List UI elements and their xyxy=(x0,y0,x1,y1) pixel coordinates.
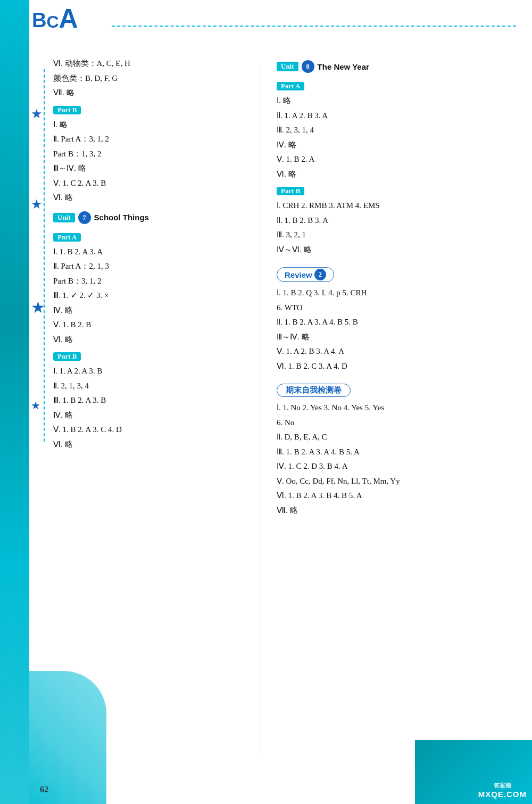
u8-pa-vi: Ⅵ. 略 xyxy=(277,168,484,181)
unit8-part-a-section: Part A xyxy=(277,79,484,92)
unit7-label: Unit xyxy=(53,213,75,222)
unit8-num: 8 xyxy=(302,60,314,73)
r2-ii: Ⅱ. 1. B 2. A 3. A 4. B 5. B xyxy=(277,316,484,329)
unit7-num: 7 xyxy=(78,211,91,224)
qimo-section: 期末自我检测卷 xyxy=(277,379,484,400)
vii: Ⅶ. 略 xyxy=(53,86,250,100)
qimo-header: 期末自我检测卷 xyxy=(277,384,351,397)
bca-a: A xyxy=(59,5,78,32)
review2-text: Review xyxy=(285,270,312,279)
u7-pb-i: Ⅰ. 1. A 2. A 3. B xyxy=(53,364,250,378)
left-iii-iv: Ⅲ～Ⅳ. 略 xyxy=(53,162,250,176)
qm-vii: Ⅶ. 略 xyxy=(277,504,484,518)
u7-pa-vi: Ⅵ. 略 xyxy=(53,333,250,347)
main-content: Ⅵ. 动物类：A, C, E, H 颜色类：B, D, F, G Ⅶ. 略 Pa… xyxy=(53,56,516,761)
u8-pa-iii: Ⅲ. 2, 3, 1, 4 xyxy=(277,123,484,137)
r2-i-b: 6. WTO xyxy=(277,301,484,315)
unit8-part-b-label: Part B xyxy=(277,187,304,195)
u8-pa-i: Ⅰ. 略 xyxy=(277,94,484,108)
qm-iv: Ⅳ. 1. C 2. D 3. B 4. A xyxy=(277,460,484,474)
bca-logo: B C A xyxy=(32,5,78,32)
unit8-label: Unit xyxy=(277,62,298,71)
page-number: 62 xyxy=(40,785,48,794)
bca-b: B xyxy=(32,9,46,32)
unit8-header: Unit 8 The New Year xyxy=(277,60,369,73)
right-column: Unit 8 The New Year Part A Ⅰ. 略 Ⅱ. 1. A … xyxy=(261,56,484,761)
unit7-part-b-label: Part B xyxy=(53,352,81,361)
u8-pb-ii: Ⅱ. 1. B 2. B 3. A xyxy=(277,214,484,228)
qm-v: Ⅴ. Oo, Cc, Dd, Ff, Nn, Ll, Tt, Mm, Yy xyxy=(277,475,484,488)
u7-pb-ii: Ⅱ. 2, 1, 3, 4 xyxy=(53,379,250,393)
watermark-top: 答案圈 xyxy=(478,782,527,790)
u7-pa-i: Ⅰ. 1. B 2. A 3. A xyxy=(53,245,250,259)
u8-pb-i: Ⅰ. CRH 2. RMB 3. ATM 4. EMS xyxy=(277,199,484,213)
left-vi: Ⅵ. 略 xyxy=(53,191,250,205)
star-icon-1: ★ xyxy=(31,106,43,121)
unit7-title: School Things xyxy=(94,213,149,222)
qm-i-a: Ⅰ. 1. No 2. Yes 3. No 4. Yes 5. Yes xyxy=(277,401,484,415)
star-icon-3: ★ xyxy=(31,298,45,317)
qm-i-b: 6. No xyxy=(277,416,484,430)
left-ii-parta: Ⅱ. Part A：3, 1, 2 xyxy=(53,132,250,146)
u7-pb-iv: Ⅳ. 略 xyxy=(53,409,250,422)
left-column: Ⅵ. 动物类：A, C, E, H 颜色类：B, D, F, G Ⅶ. 略 Pa… xyxy=(53,56,261,761)
unit8-title: The New Year xyxy=(318,62,369,71)
u7-pa-ii-b: Part B：3, 1, 2 xyxy=(53,275,250,288)
unit7-header: Unit 7 School Things xyxy=(53,211,149,224)
u8-pb-iv-vi: Ⅳ～Ⅵ. 略 xyxy=(277,243,484,257)
left-ii-partb: Part B：1, 3, 2 xyxy=(53,147,250,161)
unit7-part-a-label: Part A xyxy=(53,233,81,242)
dashed-left-line xyxy=(44,69,53,442)
u7-pa-iv: Ⅳ. 略 xyxy=(53,304,250,318)
qm-iii: Ⅲ. 1. B 2. A 3. A 4. B 5. A xyxy=(277,445,484,459)
part-b-section: Part B xyxy=(53,103,250,116)
dashed-top-line xyxy=(112,26,516,27)
part-b-label: Part B xyxy=(53,106,81,114)
left-bar-decoration xyxy=(0,0,29,804)
watermark-area: 答案圈 MXQE.COM xyxy=(478,782,527,799)
bca-c: C xyxy=(46,12,59,32)
u7-pa-ii-a: Ⅱ. Part A：2, 1, 3 xyxy=(53,260,250,273)
r2-v: Ⅴ. 1. A 2. B 3. A 4. A xyxy=(277,345,484,359)
u7-pa-v: Ⅴ. 1. B 2. B xyxy=(53,318,250,332)
vi-colors: 颜色类：B, D, F, G xyxy=(53,72,250,86)
review2-section: Review 2 xyxy=(277,263,484,285)
unit7-part-a-section: Part A xyxy=(53,230,250,243)
review2-num: 2 xyxy=(314,269,326,280)
qimo-text: 期末自我检测卷 xyxy=(286,386,342,394)
unit8-part-b-section: Part B xyxy=(277,184,484,197)
u8-pa-v: Ⅴ. 1. B 2. A xyxy=(277,153,484,167)
r2-i-a: Ⅰ. 1. B 2. Q 3. L 4. p 5. CRH xyxy=(277,286,484,300)
star-icon-2: ★ xyxy=(31,197,43,212)
u7-pb-iii: Ⅲ. 1. B 2. A 3. B xyxy=(53,394,250,408)
r2-iii-iv: Ⅲ～Ⅳ. 略 xyxy=(277,330,484,344)
u8-pa-ii: Ⅱ. 1. A 2. B 3. A xyxy=(277,109,484,123)
qm-vi: Ⅵ. 1. B 2. A 3. B 4. B 5. A xyxy=(277,489,484,503)
unit8-part-a-label: Part A xyxy=(277,82,304,90)
review2-header: Review 2 xyxy=(277,267,334,282)
unit7-part-b-section: Part B xyxy=(53,350,250,362)
u7-pb-v: Ⅴ. 1. B 2. A 3. C 4. D xyxy=(53,423,250,437)
u7-pa-iii: Ⅲ. 1. ✓ 2. ✓ 3. × xyxy=(53,289,250,303)
left-i: Ⅰ. 略 xyxy=(53,118,250,132)
u7-pb-vi: Ⅵ. 略 xyxy=(53,438,250,452)
left-v: Ⅴ. 1. C 2. A 3. B xyxy=(53,177,250,190)
r2-vi: Ⅵ. 1. B 2. C 3. A 4. D xyxy=(277,360,484,374)
star-icon-4: ★ xyxy=(31,399,40,412)
vi-animals: Ⅵ. 动物类：A, C, E, H xyxy=(53,57,250,71)
watermark-bottom: MXQE.COM xyxy=(478,790,527,799)
u8-pb-iii: Ⅲ. 3, 2, 1 xyxy=(277,228,484,242)
qm-ii: Ⅱ. D, B, E, A, C xyxy=(277,430,484,444)
u8-pa-iv: Ⅳ. 略 xyxy=(277,138,484,152)
